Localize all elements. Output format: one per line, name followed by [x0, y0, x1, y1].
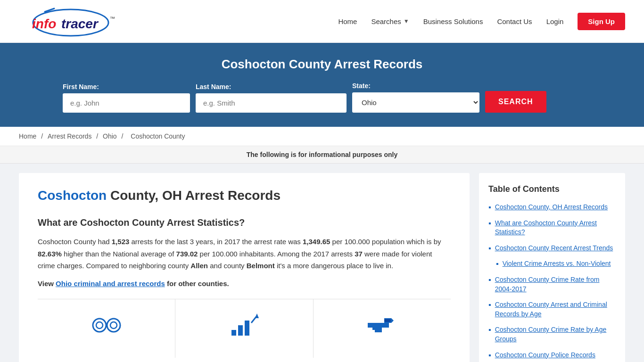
breadcrumb-ohio[interactable]: Ohio — [103, 132, 117, 140]
svg-text:tracer: tracer — [61, 16, 99, 31]
toc-link-3[interactable]: Coshocton County Recent Arrest Trends — [495, 244, 613, 253]
toc-bullet-6: ▪ — [488, 301, 491, 309]
body-text-2: arrests for the last 3 years, in 2017 th… — [129, 238, 303, 246]
svg-text:info: info — [32, 16, 56, 31]
last-name-group: Last Name: — [196, 83, 347, 113]
info-notice-text: The following is for informational purpo… — [247, 151, 397, 158]
toc-link-1[interactable]: Coshocton County, OH Arrest Records — [495, 203, 608, 212]
toc-title: Table of Contents — [488, 184, 616, 194]
last-name-input[interactable] — [196, 93, 347, 113]
sidebar: Table of Contents ▪ Coshocton County, OH… — [479, 173, 625, 362]
svg-rect-12 — [245, 321, 249, 336]
county1: Allen — [190, 262, 208, 270]
stat-handcuffs — [38, 299, 175, 358]
toc-item-7: ▪ Coshocton County Crime Rate by Age Gro… — [488, 325, 616, 344]
violent-number: 37 — [355, 250, 363, 258]
toc-bullet-8: ▪ — [488, 351, 491, 360]
chevron-down-icon: ▼ — [404, 18, 409, 25]
body-text-5: per 100.000 inhabitants. Among the 2017 … — [198, 250, 355, 258]
toc-bullet-7: ▪ — [488, 326, 491, 334]
breadcrumb-sep1: / — [41, 132, 45, 140]
toc-link-6[interactable]: Coshocton County Arrest and Criminal Rec… — [495, 300, 616, 319]
logo[interactable]: info tracer ™ — [19, 5, 123, 38]
svg-rect-10 — [231, 330, 236, 336]
view-label: View — [38, 280, 56, 288]
section-heading: What are Coshocton County Arrest Statist… — [38, 217, 451, 228]
chart-icon — [228, 309, 261, 345]
toc-link-4[interactable]: Violent Crime Arrests vs. Non-Violent — [503, 259, 611, 269]
search-form: First Name: Last Name: State: Ohio Alaba… — [63, 82, 581, 113]
main-content: Coshocton County, OH Arrest Records What… — [0, 164, 644, 362]
info-notice: The following is for informational purpo… — [0, 146, 644, 164]
toc-link-5[interactable]: Coshocton County Crime Rate from 2004-20… — [495, 275, 616, 294]
stats-row — [38, 299, 451, 358]
view-link-rest: for other counties. — [165, 280, 229, 288]
first-name-group: First Name: — [63, 83, 190, 113]
percent-number: 82.63% — [38, 250, 62, 258]
toc-item-2: ▪ What are Coshocton County Arrest Stati… — [488, 219, 616, 237]
toc-link-2[interactable]: What are Coshocton County Arrest Statist… — [495, 219, 616, 237]
hero-banner: Coshocton County Arrest Records First Na… — [0, 43, 644, 127]
toc-bullet-5: ▪ — [488, 276, 491, 284]
svg-marker-14 — [255, 313, 259, 318]
rate-number: 1,349.65 — [303, 238, 330, 246]
svg-point-7 — [107, 319, 120, 332]
toc-bullet-2: ▪ — [488, 219, 491, 228]
state-group: State: Ohio Alabama Alaska Arizona Arkan… — [352, 82, 479, 113]
nav-home[interactable]: Home — [338, 17, 357, 25]
breadcrumb-arrest-records[interactable]: Arrest Records — [48, 132, 91, 140]
toc-item-3: ▪ Coshocton County Recent Arrest Trends — [488, 244, 616, 253]
state-label: State: — [352, 82, 479, 90]
signup-button[interactable]: Sign Up — [578, 13, 625, 30]
nav-searches[interactable]: Searches ▼ — [371, 17, 409, 25]
view-line: View Ohio criminal and arrest records fo… — [38, 280, 451, 288]
body-text-8: it's a more dangerous place to live in. — [275, 262, 393, 270]
main-nav: Home Searches ▼ Business Solutions Conta… — [338, 13, 625, 30]
handcuffs-icon — [90, 309, 123, 345]
arrests-number: 1,523 — [112, 238, 130, 246]
breadcrumb: Home / Arrest Records / Ohio / Coshocton… — [0, 127, 644, 146]
breadcrumb-county: Coshocton County — [131, 132, 185, 140]
body-text-4: higher than the National average of — [62, 250, 176, 258]
ohio-records-link[interactable]: Ohio criminal and arrest records — [56, 280, 165, 288]
svg-point-8 — [110, 322, 117, 329]
toc-bullet-3: ▪ — [488, 244, 491, 253]
body-text-7: and county — [208, 262, 247, 270]
first-name-input[interactable] — [63, 93, 190, 113]
body-text-3: per 100.000 population which is by — [330, 238, 441, 246]
state-select[interactable]: Ohio Alabama Alaska Arizona Arkansas Cal… — [352, 92, 479, 113]
toc-item-1: ▪ Coshocton County, OH Arrest Records — [488, 203, 616, 212]
site-header: info tracer ™ Home Searches ▼ Business S… — [0, 0, 644, 43]
stat-chart — [175, 299, 313, 358]
breadcrumb-sep2: / — [96, 132, 100, 140]
svg-point-5 — [93, 319, 106, 332]
first-name-label: First Name: — [63, 83, 190, 90]
toc-bullet-1: ▪ — [488, 203, 491, 212]
breadcrumb-home[interactable]: Home — [19, 132, 36, 140]
toc-bullet-4: ▪ — [496, 260, 499, 268]
logo-svg: info tracer ™ — [19, 5, 123, 38]
toc-item-8: ▪ Coshocton County Police Records — [488, 351, 616, 360]
toc-item-6: ▪ Coshocton County Arrest and Criminal R… — [488, 300, 616, 319]
content-area: Coshocton County, OH Arrest Records What… — [19, 173, 470, 362]
breadcrumb-sep3: / — [122, 132, 125, 140]
stat-gun — [314, 299, 451, 358]
article-title: Coshocton County, OH Arrest Records — [38, 187, 451, 204]
nav-searches-link[interactable]: Searches — [371, 17, 401, 25]
article-title-rest: County, OH Arrest Records — [107, 188, 281, 203]
toc-link-8[interactable]: Coshocton County Police Records — [495, 351, 595, 360]
svg-text:™: ™ — [110, 16, 115, 21]
svg-rect-15 — [384, 319, 391, 322]
last-name-label: Last Name: — [196, 83, 347, 90]
toc-item-4: ▪ Violent Crime Arrests vs. Non-Violent — [496, 259, 616, 269]
article-body: Coshocton County had 1,523 arrests for t… — [38, 236, 451, 272]
toc-link-7[interactable]: Coshocton County Crime Rate by Age Group… — [495, 325, 616, 344]
svg-point-6 — [96, 322, 103, 329]
search-button[interactable]: SEARCH — [485, 91, 546, 113]
toc-item-5: ▪ Coshocton County Crime Rate from 2004-… — [488, 275, 616, 294]
hero-title: Coshocton County Arrest Records — [19, 57, 625, 72]
svg-rect-11 — [238, 325, 243, 336]
nav-business-solutions[interactable]: Business Solutions — [423, 17, 483, 25]
nav-login[interactable]: Login — [546, 17, 564, 25]
nav-contact-us[interactable]: Contact Us — [497, 17, 532, 25]
